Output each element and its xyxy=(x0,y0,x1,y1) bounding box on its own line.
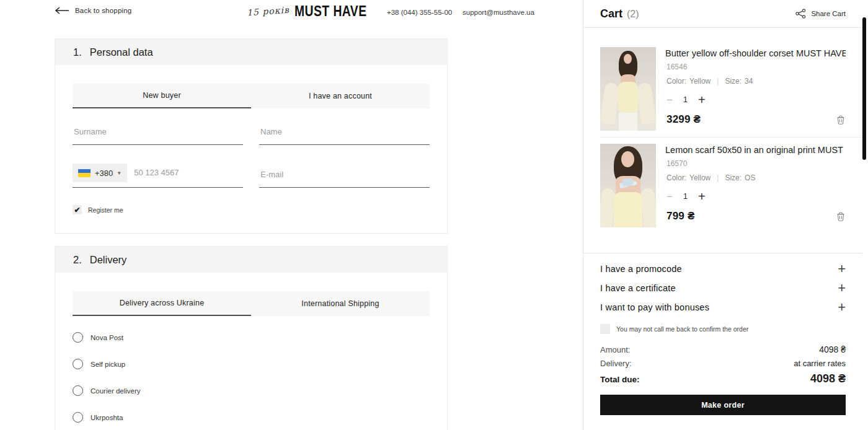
radio-icon[interactable] xyxy=(73,332,83,343)
top-header: Back to shopping 15 років MUST HAVE +38 … xyxy=(0,0,583,29)
color-value: Yellow xyxy=(689,173,711,182)
personal-data-card: 1. Personal data New buyer I have an acc… xyxy=(55,38,448,234)
back-to-shopping-link[interactable]: Back to shopping xyxy=(55,7,131,14)
share-cart-button[interactable]: Share Cart xyxy=(795,9,846,19)
support-email[interactable]: support@musthave.ua xyxy=(463,9,534,16)
personal-data-header: 1. Personal data xyxy=(55,39,447,65)
attr-separator: | xyxy=(717,77,719,86)
qty-value: 1 xyxy=(683,95,688,104)
page-scrollbar[interactable] xyxy=(862,17,866,160)
cart-accordions: I have a promocode + I have a certificat… xyxy=(600,259,846,317)
name-fields-row xyxy=(73,127,430,145)
size-label: Size: xyxy=(725,173,742,182)
chevron-down-icon: ▼ xyxy=(117,170,122,176)
item-info: Butter yellow off-shoulder corset MUST H… xyxy=(665,47,846,131)
no-callback-checkbox[interactable] xyxy=(600,324,610,334)
color-value: Yellow xyxy=(689,77,711,86)
remove-item-button[interactable] xyxy=(836,211,846,222)
item-info: Lemon scarf 50x50 in an original print M… xyxy=(665,144,846,227)
delivery-option-ukrposhta[interactable]: Ukrposhta xyxy=(73,412,430,423)
accordion-label: I want to pay with bonuses xyxy=(600,302,709,312)
quantity-stepper: − 1 + xyxy=(665,190,846,203)
delivery-card: 2. Delivery Delivery across Ukraine Inte… xyxy=(55,246,448,430)
qty-increase-button[interactable]: + xyxy=(698,190,706,203)
qty-decrease-button[interactable]: − xyxy=(666,191,673,202)
register-me-checkbox[interactable]: ✔ xyxy=(73,205,82,214)
product-image-scarf[interactable] xyxy=(600,144,656,227)
product-image-corset[interactable] xyxy=(600,47,656,131)
certificate-accordion[interactable]: I have a certificate + xyxy=(600,278,846,297)
ukraine-flag-icon xyxy=(78,169,91,177)
delivery-option-label: Nova Post xyxy=(91,334,123,341)
cart-body: Butter yellow off-shoulder corset MUST H… xyxy=(583,47,862,415)
plus-icon[interactable]: + xyxy=(838,262,846,276)
section-index: 2. xyxy=(73,254,82,266)
contact-fields-row: +380 ▼ xyxy=(73,164,430,188)
total-value: 4098 ₴ xyxy=(810,372,846,385)
qty-decrease-button[interactable]: − xyxy=(666,95,673,105)
cart-item-corset: Butter yellow off-shoulder corset MUST H… xyxy=(600,47,846,131)
section-index: 1. xyxy=(73,46,82,58)
personal-data-body: New buyer I have an account +380 ▼ xyxy=(55,65,447,233)
amount-value: 4098 ₴ xyxy=(819,344,846,354)
accordion-label: I have a promocode xyxy=(600,264,682,274)
dial-code: +380 xyxy=(95,169,113,178)
share-cart-label: Share Cart xyxy=(811,10,846,17)
delivery-label: Delivery: xyxy=(600,359,632,368)
radio-icon[interactable] xyxy=(73,359,83,369)
register-me-label: Register me xyxy=(88,206,123,214)
register-me-checkbox-row[interactable]: ✔ Register me xyxy=(73,205,430,214)
size-label: Size: xyxy=(725,77,742,86)
item-sku: 16570 xyxy=(665,159,846,168)
musthave-logo[interactable]: 15 років MUST HAVE xyxy=(247,4,373,19)
email-field-wrap xyxy=(259,164,430,188)
section-title: Personal data xyxy=(90,46,153,58)
tab-international-shipping[interactable]: International Shipping xyxy=(251,291,430,316)
no-callback-label: You may not call me back to confirm the … xyxy=(616,325,748,333)
item-title[interactable]: Butter yellow off-shoulder corset MUST H… xyxy=(665,47,846,58)
radio-icon[interactable] xyxy=(73,412,83,423)
tab-have-account[interactable]: I have an account xyxy=(251,84,430,108)
delivery-option-courier[interactable]: Courier delivery xyxy=(73,385,430,396)
item-divider xyxy=(600,137,862,138)
make-order-button[interactable]: Make order xyxy=(600,395,846,415)
email-input[interactable] xyxy=(259,170,430,188)
no-callback-checkbox-row[interactable]: You may not call me back to confirm the … xyxy=(600,324,846,334)
bonuses-accordion[interactable]: I want to pay with bonuses + xyxy=(600,297,846,317)
cart-count: (2) xyxy=(627,9,639,20)
amount-label: Amount: xyxy=(600,345,630,354)
qty-increase-button[interactable]: + xyxy=(698,94,706,106)
color-label: Color: xyxy=(666,173,686,182)
logo-script-text: 15 років xyxy=(247,5,290,18)
total-label: Total due: xyxy=(600,375,640,384)
name-input[interactable] xyxy=(259,127,430,145)
item-price: 3299 ₴ xyxy=(666,113,701,126)
item-title[interactable]: Lemon scarf 50x50 in an original print M… xyxy=(665,144,846,155)
plus-icon[interactable]: + xyxy=(838,281,846,295)
radio-icon[interactable] xyxy=(73,385,83,396)
phone-input[interactable] xyxy=(134,164,243,177)
delivery-option-label: Self pickup xyxy=(91,361,125,368)
tab-new-buyer[interactable]: New buyer xyxy=(73,84,251,108)
section-title: Delivery xyxy=(90,254,127,266)
delivery-option-label: Courier delivery xyxy=(91,387,141,395)
country-code-dropdown[interactable]: +380 ▼ xyxy=(73,164,127,182)
delivery-tabs: Delivery across Ukraine International Sh… xyxy=(73,291,430,316)
checkout-page: Back to shopping 15 років MUST HAVE +38 … xyxy=(0,0,868,430)
summary-total-row: Total due: 4098 ₴ xyxy=(600,372,846,385)
item-price: 799 ₴ xyxy=(666,210,694,222)
delivery-option-nova-post[interactable]: Nova Post xyxy=(73,332,430,343)
size-value: OS xyxy=(745,173,755,182)
plus-icon[interactable]: + xyxy=(838,301,846,314)
cart-panel: Cart (2) Share Cart xyxy=(583,0,862,430)
remove-item-button[interactable] xyxy=(836,115,846,125)
surname-input[interactable] xyxy=(73,127,243,145)
promocode-accordion[interactable]: I have a promocode + xyxy=(600,259,846,278)
item-sku: 16546 xyxy=(665,63,846,71)
buyer-tabs: New buyer I have an account xyxy=(73,84,430,108)
support-phone[interactable]: +38 (044) 355-55-00 xyxy=(387,9,452,16)
tab-delivery-ukraine[interactable]: Delivery across Ukraine xyxy=(73,291,251,316)
delivery-option-self-pickup[interactable]: Self pickup xyxy=(73,359,430,369)
item-attributes: Color: Yellow | Size: 34 xyxy=(665,77,846,86)
summary-delivery-row: Delivery: at carrier rates xyxy=(600,359,846,368)
